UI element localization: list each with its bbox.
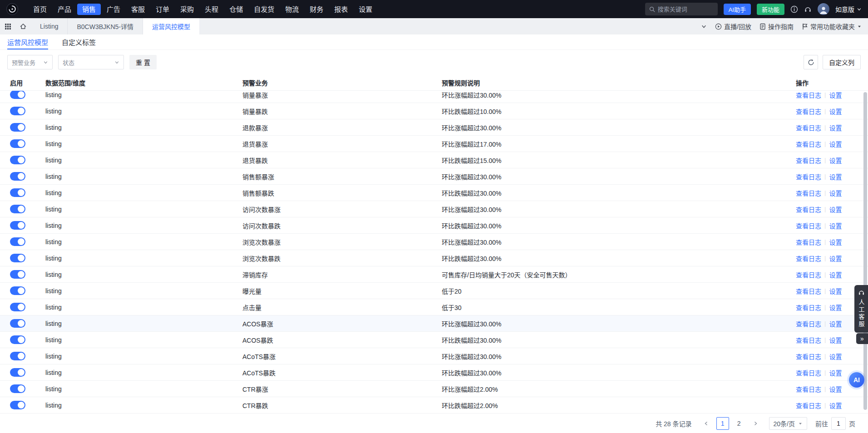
workspace-tab[interactable]: 运营风控模型 — [143, 18, 199, 34]
view-log-link[interactable]: 查看日志 — [796, 270, 821, 279]
nav-item[interactable]: 首页 — [28, 4, 52, 15]
nav-item[interactable]: 物流 — [280, 4, 304, 15]
nav-item[interactable]: 设置 — [354, 4, 377, 15]
view-log-link[interactable]: 查看日志 — [796, 91, 821, 99]
enable-toggle[interactable] — [10, 139, 25, 148]
nav-item[interactable]: 销售 — [77, 4, 101, 15]
settings-link[interactable]: 设置 — [829, 368, 842, 377]
view-log-link[interactable]: 查看日志 — [796, 237, 821, 246]
page-size-select[interactable]: 20条/页 — [769, 417, 807, 430]
settings-link[interactable]: 设置 — [829, 237, 842, 246]
settings-link[interactable]: 设置 — [829, 107, 842, 116]
live-replay-button[interactable]: 直播/回放 — [715, 22, 751, 31]
settings-link[interactable]: 设置 — [829, 139, 842, 148]
view-log-link[interactable]: 查看日志 — [796, 352, 821, 361]
view-log-link[interactable]: 查看日志 — [796, 107, 821, 116]
nav-item[interactable]: 报表 — [329, 4, 353, 15]
nav-item[interactable]: 广告 — [102, 4, 125, 15]
settings-link[interactable]: 设置 — [829, 123, 842, 132]
enable-toggle[interactable] — [10, 401, 25, 409]
view-log-link[interactable]: 查看日志 — [796, 335, 821, 344]
settings-link[interactable]: 设置 — [829, 188, 842, 197]
nav-item[interactable]: 采购 — [175, 4, 199, 15]
status-select[interactable]: 状态 — [58, 55, 124, 69]
view-log-link[interactable]: 查看日志 — [796, 303, 821, 312]
settings-link[interactable]: 设置 — [829, 91, 842, 99]
prev-page-button[interactable] — [700, 417, 713, 430]
settings-link[interactable]: 设置 — [829, 401, 842, 410]
view-log-link[interactable]: 查看日志 — [796, 221, 821, 230]
settings-link[interactable]: 设置 — [829, 352, 842, 361]
view-log-link[interactable]: 查看日志 — [796, 123, 821, 132]
home-icon[interactable] — [15, 18, 31, 34]
view-log-link[interactable]: 查看日志 — [796, 156, 821, 165]
settings-link[interactable]: 设置 — [829, 303, 842, 312]
settings-link[interactable]: 设置 — [829, 221, 842, 230]
page-number-button[interactable]: 2 — [733, 417, 745, 430]
refresh-button[interactable] — [804, 55, 818, 69]
settings-link[interactable]: 设置 — [829, 172, 842, 181]
sub-tab[interactable]: 自定义标签 — [62, 34, 96, 49]
info-icon[interactable] — [790, 5, 798, 13]
view-log-link[interactable]: 查看日志 — [796, 139, 821, 148]
enable-toggle[interactable] — [10, 270, 25, 279]
enable-toggle[interactable] — [10, 91, 25, 99]
settings-link[interactable]: 设置 — [829, 319, 842, 328]
app-logo-icon[interactable] — [6, 3, 18, 15]
view-log-link[interactable]: 查看日志 — [796, 254, 821, 263]
nav-item[interactable]: 客服 — [126, 4, 150, 15]
enable-toggle[interactable] — [10, 221, 25, 230]
new-feature-button[interactable]: 新功能 — [757, 4, 784, 15]
settings-link[interactable]: 设置 — [829, 205, 842, 214]
enable-toggle[interactable] — [10, 188, 25, 197]
next-page-button[interactable] — [749, 417, 762, 430]
enable-toggle[interactable] — [10, 107, 25, 115]
nav-item[interactable]: 仓储 — [224, 4, 248, 15]
enable-toggle[interactable] — [10, 319, 25, 328]
tab-list-chevron-icon[interactable] — [701, 24, 707, 30]
alert-business-select[interactable]: 预警业务 — [7, 55, 53, 69]
view-log-link[interactable]: 查看日志 — [796, 319, 821, 328]
enable-toggle[interactable] — [10, 237, 25, 246]
goto-page-input[interactable] — [831, 417, 846, 430]
apps-grid-icon[interactable] — [0, 18, 15, 34]
enable-toggle[interactable] — [10, 368, 25, 377]
settings-link[interactable]: 设置 — [829, 286, 842, 295]
guide-button[interactable]: 操作指南 — [760, 22, 794, 31]
view-log-link[interactable]: 查看日志 — [796, 286, 821, 295]
workspace-tab[interactable]: B0CW3BJKN5-详情 — [68, 18, 143, 34]
view-log-link[interactable]: 查看日志 — [796, 401, 821, 410]
ai-floating-button[interactable]: AI — [849, 372, 864, 388]
settings-link[interactable]: 设置 — [829, 270, 842, 279]
nav-item[interactable]: 财务 — [305, 4, 328, 15]
nav-item[interactable]: 订单 — [151, 4, 174, 15]
enable-toggle[interactable] — [10, 123, 25, 132]
enable-toggle[interactable] — [10, 286, 25, 295]
ai-assistant-button[interactable]: AI助手 — [724, 4, 751, 15]
sub-tab[interactable]: 运营风控模型 — [7, 34, 48, 49]
settings-link[interactable]: 设置 — [829, 335, 842, 344]
settings-link[interactable]: 设置 — [829, 156, 842, 165]
nav-item[interactable]: 产品 — [53, 4, 76, 15]
enable-toggle[interactable] — [10, 335, 25, 344]
view-log-link[interactable]: 查看日志 — [796, 188, 821, 197]
nav-item[interactable]: 头程 — [200, 4, 223, 15]
collapse-panel-button[interactable]: » — [856, 333, 868, 344]
reset-button[interactable]: 重 置 — [129, 55, 157, 69]
customer-service-button[interactable]: 人工客服 — [854, 285, 868, 333]
workspace-tab[interactable]: Listing — [31, 18, 68, 34]
scrollbar-thumb[interactable] — [863, 92, 867, 410]
search-input[interactable] — [658, 6, 708, 13]
view-log-link[interactable]: 查看日志 — [796, 172, 821, 181]
enable-toggle[interactable] — [10, 352, 25, 360]
settings-link[interactable]: 设置 — [829, 254, 842, 263]
settings-link[interactable]: 设置 — [829, 384, 842, 394]
page-number-button[interactable]: 1 — [716, 417, 729, 430]
enable-toggle[interactable] — [10, 303, 25, 311]
view-log-link[interactable]: 查看日志 — [796, 384, 821, 394]
edition-switcher[interactable]: 如意版 — [835, 5, 862, 14]
enable-toggle[interactable] — [10, 156, 25, 164]
nav-item[interactable]: 自发货 — [249, 4, 279, 15]
view-log-link[interactable]: 查看日志 — [796, 368, 821, 377]
user-avatar[interactable] — [818, 3, 829, 15]
